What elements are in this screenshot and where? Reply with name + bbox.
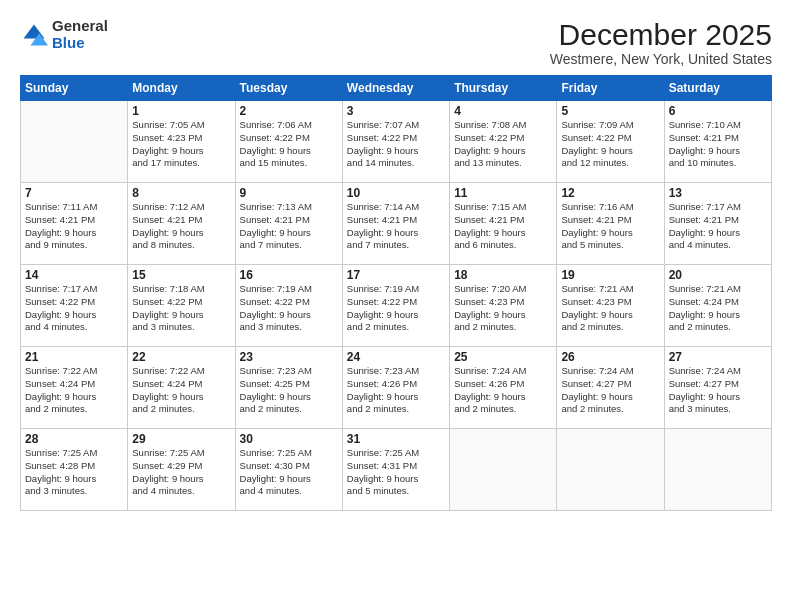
header: General Blue December 2025 Westmere, New… [20,18,772,67]
day-info: Sunrise: 7:08 AMSunset: 4:22 PMDaylight:… [454,119,552,170]
day-info: Sunrise: 7:25 AMSunset: 4:31 PMDaylight:… [347,447,445,498]
day-number: 15 [132,268,230,282]
day-number: 5 [561,104,659,118]
logo: General Blue [20,18,108,51]
day-number: 8 [132,186,230,200]
table-row: 15Sunrise: 7:18 AMSunset: 4:22 PMDayligh… [128,265,235,347]
day-info: Sunrise: 7:22 AMSunset: 4:24 PMDaylight:… [132,365,230,416]
day-info: Sunrise: 7:15 AMSunset: 4:21 PMDaylight:… [454,201,552,252]
table-row: 4Sunrise: 7:08 AMSunset: 4:22 PMDaylight… [450,101,557,183]
day-number: 27 [669,350,767,364]
day-info: Sunrise: 7:24 AMSunset: 4:27 PMDaylight:… [669,365,767,416]
day-info: Sunrise: 7:13 AMSunset: 4:21 PMDaylight:… [240,201,338,252]
table-row [557,429,664,511]
day-number: 24 [347,350,445,364]
day-info: Sunrise: 7:23 AMSunset: 4:26 PMDaylight:… [347,365,445,416]
table-row: 3Sunrise: 7:07 AMSunset: 4:22 PMDaylight… [342,101,449,183]
day-info: Sunrise: 7:19 AMSunset: 4:22 PMDaylight:… [240,283,338,334]
day-info: Sunrise: 7:25 AMSunset: 4:30 PMDaylight:… [240,447,338,498]
day-info: Sunrise: 7:17 AMSunset: 4:21 PMDaylight:… [669,201,767,252]
day-info: Sunrise: 7:23 AMSunset: 4:25 PMDaylight:… [240,365,338,416]
day-info: Sunrise: 7:06 AMSunset: 4:22 PMDaylight:… [240,119,338,170]
table-row: 1Sunrise: 7:05 AMSunset: 4:23 PMDaylight… [128,101,235,183]
day-number: 22 [132,350,230,364]
day-number: 26 [561,350,659,364]
header-tuesday: Tuesday [235,76,342,101]
day-info: Sunrise: 7:07 AMSunset: 4:22 PMDaylight:… [347,119,445,170]
day-info: Sunrise: 7:21 AMSunset: 4:23 PMDaylight:… [561,283,659,334]
header-monday: Monday [128,76,235,101]
header-wednesday: Wednesday [342,76,449,101]
day-info: Sunrise: 7:05 AMSunset: 4:23 PMDaylight:… [132,119,230,170]
table-row: 31Sunrise: 7:25 AMSunset: 4:31 PMDayligh… [342,429,449,511]
table-row: 10Sunrise: 7:14 AMSunset: 4:21 PMDayligh… [342,183,449,265]
header-thursday: Thursday [450,76,557,101]
table-row: 18Sunrise: 7:20 AMSunset: 4:23 PMDayligh… [450,265,557,347]
day-number: 20 [669,268,767,282]
table-row: 22Sunrise: 7:22 AMSunset: 4:24 PMDayligh… [128,347,235,429]
table-row: 19Sunrise: 7:21 AMSunset: 4:23 PMDayligh… [557,265,664,347]
day-number: 3 [347,104,445,118]
day-info: Sunrise: 7:12 AMSunset: 4:21 PMDaylight:… [132,201,230,252]
table-row: 26Sunrise: 7:24 AMSunset: 4:27 PMDayligh… [557,347,664,429]
day-number: 31 [347,432,445,446]
table-row: 9Sunrise: 7:13 AMSunset: 4:21 PMDaylight… [235,183,342,265]
day-number: 1 [132,104,230,118]
page: General Blue December 2025 Westmere, New… [0,0,792,612]
table-row: 23Sunrise: 7:23 AMSunset: 4:25 PMDayligh… [235,347,342,429]
day-info: Sunrise: 7:18 AMSunset: 4:22 PMDaylight:… [132,283,230,334]
table-row: 20Sunrise: 7:21 AMSunset: 4:24 PMDayligh… [664,265,771,347]
logo-general: General [52,17,108,34]
table-row [450,429,557,511]
day-info: Sunrise: 7:25 AMSunset: 4:29 PMDaylight:… [132,447,230,498]
logo-text: General Blue [52,18,108,51]
day-number: 30 [240,432,338,446]
table-row: 28Sunrise: 7:25 AMSunset: 4:28 PMDayligh… [21,429,128,511]
table-row: 27Sunrise: 7:24 AMSunset: 4:27 PMDayligh… [664,347,771,429]
header-sunday: Sunday [21,76,128,101]
day-info: Sunrise: 7:11 AMSunset: 4:21 PMDaylight:… [25,201,123,252]
day-number: 16 [240,268,338,282]
table-row: 29Sunrise: 7:25 AMSunset: 4:29 PMDayligh… [128,429,235,511]
table-row: 24Sunrise: 7:23 AMSunset: 4:26 PMDayligh… [342,347,449,429]
day-info: Sunrise: 7:10 AMSunset: 4:21 PMDaylight:… [669,119,767,170]
day-info: Sunrise: 7:16 AMSunset: 4:21 PMDaylight:… [561,201,659,252]
day-number: 9 [240,186,338,200]
calendar-title: December 2025 [550,18,772,51]
table-row: 2Sunrise: 7:06 AMSunset: 4:22 PMDaylight… [235,101,342,183]
day-number: 17 [347,268,445,282]
table-row: 16Sunrise: 7:19 AMSunset: 4:22 PMDayligh… [235,265,342,347]
table-row: 21Sunrise: 7:22 AMSunset: 4:24 PMDayligh… [21,347,128,429]
day-info: Sunrise: 7:09 AMSunset: 4:22 PMDaylight:… [561,119,659,170]
calendar-header: Sunday Monday Tuesday Wednesday Thursday… [21,76,772,101]
day-number: 19 [561,268,659,282]
table-row: 13Sunrise: 7:17 AMSunset: 4:21 PMDayligh… [664,183,771,265]
logo-blue: Blue [52,34,85,51]
table-row [21,101,128,183]
calendar-table: Sunday Monday Tuesday Wednesday Thursday… [20,75,772,511]
day-info: Sunrise: 7:14 AMSunset: 4:21 PMDaylight:… [347,201,445,252]
day-info: Sunrise: 7:22 AMSunset: 4:24 PMDaylight:… [25,365,123,416]
day-number: 23 [240,350,338,364]
day-number: 11 [454,186,552,200]
day-info: Sunrise: 7:19 AMSunset: 4:22 PMDaylight:… [347,283,445,334]
table-row: 6Sunrise: 7:10 AMSunset: 4:21 PMDaylight… [664,101,771,183]
table-row: 8Sunrise: 7:12 AMSunset: 4:21 PMDaylight… [128,183,235,265]
day-number: 6 [669,104,767,118]
day-number: 7 [25,186,123,200]
header-friday: Friday [557,76,664,101]
table-row: 14Sunrise: 7:17 AMSunset: 4:22 PMDayligh… [21,265,128,347]
table-row: 5Sunrise: 7:09 AMSunset: 4:22 PMDaylight… [557,101,664,183]
table-row: 30Sunrise: 7:25 AMSunset: 4:30 PMDayligh… [235,429,342,511]
table-row: 7Sunrise: 7:11 AMSunset: 4:21 PMDaylight… [21,183,128,265]
table-row [664,429,771,511]
title-block: December 2025 Westmere, New York, United… [550,18,772,67]
day-number: 10 [347,186,445,200]
day-info: Sunrise: 7:17 AMSunset: 4:22 PMDaylight:… [25,283,123,334]
day-header-row: Sunday Monday Tuesday Wednesday Thursday… [21,76,772,101]
day-number: 2 [240,104,338,118]
calendar-subtitle: Westmere, New York, United States [550,51,772,67]
table-row: 17Sunrise: 7:19 AMSunset: 4:22 PMDayligh… [342,265,449,347]
day-number: 4 [454,104,552,118]
table-row: 25Sunrise: 7:24 AMSunset: 4:26 PMDayligh… [450,347,557,429]
